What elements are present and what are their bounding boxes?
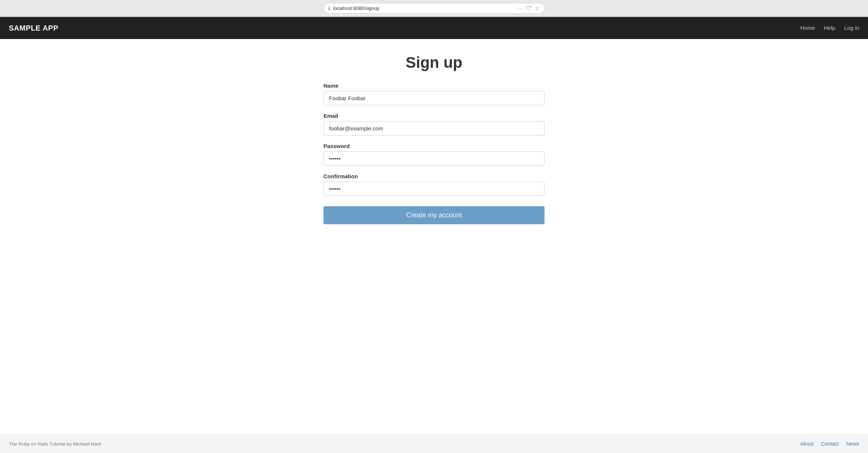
nav-item-help: Help xyxy=(824,25,835,31)
footer-link-news[interactable]: News xyxy=(846,441,859,447)
footer: The Ruby on Rails Tutorial by Michael Ha… xyxy=(0,434,868,453)
nav-link-login[interactable]: Log in xyxy=(844,25,859,31)
navbar: SAMPLE APP Home Help Log in xyxy=(0,17,868,39)
signup-form-container: Name Email Password Confirmation Create … xyxy=(323,82,545,224)
name-field-group: Name xyxy=(323,82,545,105)
nav-link-home[interactable]: Home xyxy=(800,25,815,31)
dots-icon: ··· xyxy=(518,5,523,12)
confirmation-field-group: Confirmation xyxy=(323,173,545,196)
address-bar[interactable]: ℹ localhost:8080/signup ··· 🛡 ☆ xyxy=(323,3,545,14)
star-icon: ☆ xyxy=(535,5,540,12)
navbar-links: Home Help Log in xyxy=(800,25,859,31)
page-title: Sign up xyxy=(406,54,462,71)
footer-link-about[interactable]: About xyxy=(800,441,814,447)
footer-text: The Ruby on Rails Tutorial by Michael Ha… xyxy=(9,441,101,447)
footer-links: About Contact News xyxy=(800,440,859,447)
name-label: Name xyxy=(323,82,545,89)
nav-item-home: Home xyxy=(800,25,815,31)
navbar-brand[interactable]: SAMPLE APP xyxy=(9,24,58,32)
nav-item-login: Log in xyxy=(844,25,859,31)
password-field-group: Password xyxy=(323,143,545,166)
email-field-group: Email xyxy=(323,113,545,136)
browser-chrome: ℹ localhost:8080/signup ··· 🛡 ☆ xyxy=(0,0,868,17)
signup-form: Name Email Password Confirmation Create … xyxy=(323,82,545,224)
name-input[interactable] xyxy=(323,91,545,105)
password-label: Password xyxy=(323,143,545,149)
footer-item-contact: Contact xyxy=(821,440,839,447)
password-input[interactable] xyxy=(323,151,545,166)
email-label: Email xyxy=(323,113,545,119)
shield-icon: 🛡 xyxy=(526,5,532,12)
browser-action-icons: ··· 🛡 ☆ xyxy=(518,5,540,12)
footer-item-news: News xyxy=(846,440,859,447)
footer-link-contact[interactable]: Contact xyxy=(821,441,839,447)
confirmation-input[interactable] xyxy=(323,182,545,196)
create-account-button[interactable]: Create my account xyxy=(323,206,545,224)
confirmation-label: Confirmation xyxy=(323,173,545,179)
footer-item-about: About xyxy=(800,440,814,447)
url-text: localhost:8080/signup xyxy=(333,6,515,11)
nav-link-help[interactable]: Help xyxy=(824,25,835,31)
main-content: Sign up Name Email Password Confirmation… xyxy=(0,39,868,434)
email-input[interactable] xyxy=(323,121,545,136)
info-icon: ℹ xyxy=(328,6,330,11)
